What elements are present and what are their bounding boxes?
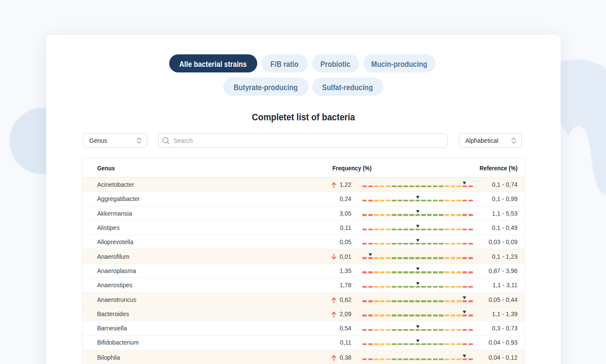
scale-dash-red <box>362 300 367 302</box>
scale-dash-red <box>468 214 473 216</box>
scale-dash-green <box>433 271 438 273</box>
scale-dash-red <box>368 358 373 361</box>
scale-dash-green <box>415 214 420 216</box>
scale-dash-yellow <box>380 229 385 231</box>
scale-dash-yellow <box>456 329 461 331</box>
scale-dash-green <box>439 329 443 331</box>
reference-scale-bar <box>362 243 473 245</box>
scale-dash-yellow <box>374 271 379 273</box>
scale-dash-yellow <box>456 286 461 288</box>
scale-dash-yellow <box>451 329 455 331</box>
select-spinner-icon <box>511 137 516 144</box>
scale-dash-green <box>415 358 420 361</box>
search-input[interactable] <box>174 137 443 144</box>
scale-dash-green <box>398 358 402 361</box>
scale-dash-green <box>409 243 414 245</box>
value-marker <box>463 296 466 299</box>
column-header-reference: Reference (%) <box>480 164 518 172</box>
table-row-acinetobacter: Acinetobacter1,220,1 - 0,74 <box>82 178 524 192</box>
reference-scale-bar <box>362 329 473 331</box>
reference-range: 0,1 - 0,74 <box>492 181 518 188</box>
filter-pill-butyrate-producing[interactable]: Butyrate-producing <box>223 78 309 96</box>
scale-dash-yellow <box>451 257 455 259</box>
frequency-value: 1,22 <box>82 181 351 188</box>
scale-dash-yellow <box>386 229 391 231</box>
scale-dash-green <box>409 314 414 317</box>
frequency-value: 0,54 <box>82 325 351 332</box>
scale-dash-red <box>368 271 373 273</box>
scale-dash-yellow <box>445 271 449 273</box>
reference-scale-bar <box>362 358 473 361</box>
scale-dash-yellow <box>445 243 449 245</box>
scale-dash-green <box>415 229 420 231</box>
value-marker <box>416 239 420 242</box>
scale-dash-green <box>391 271 396 273</box>
scale-dash-red <box>468 329 473 331</box>
scale-dash-yellow <box>445 286 449 288</box>
column-select[interactable]: Genus <box>83 133 147 148</box>
scale-dash-green <box>427 314 432 317</box>
filter-pill-label: F/B ratio <box>271 60 299 69</box>
table-row-barnesiella: Barnesiella0,540,3 - 0,73 <box>82 321 524 336</box>
arrow-up-icon <box>331 355 337 361</box>
scale-dash-red <box>368 286 373 288</box>
scale-dash-green <box>433 286 438 288</box>
filter-pill-alle-bacterial-strains[interactable]: Alle bacterial strains <box>169 54 257 72</box>
value-marker <box>369 253 372 256</box>
scale-dash-yellow <box>451 200 455 202</box>
reference-range: 1,1 - 3,11 <box>492 282 518 289</box>
scale-dash-green <box>403 286 408 288</box>
scale-dash-red <box>362 271 367 273</box>
reference-range: 0,04 - 0,12 <box>489 354 518 361</box>
scale-dash-red <box>468 358 473 361</box>
reference-range: 1,1 - 1,39 <box>492 311 518 317</box>
filter-pill-label: Sulfat-reducing <box>322 83 372 92</box>
scale-dash-red <box>462 314 467 317</box>
scale-dash-green <box>403 300 408 302</box>
table-row-bacteroides: Bacteroides2,091,1 - 1,39 <box>82 307 524 321</box>
filter-pill-probiotic[interactable]: Probiotic <box>312 54 359 72</box>
scale-dash-green <box>403 329 408 331</box>
scale-dash-green <box>391 314 396 317</box>
scale-dash-yellow <box>380 214 385 216</box>
scale-dash-yellow <box>445 214 449 216</box>
scale-dash-yellow <box>374 243 379 245</box>
scale-dash-red <box>462 229 467 231</box>
scale-dash-yellow <box>374 200 379 202</box>
filter-pill-sulfat-reducing[interactable]: Sulfat-reducing <box>312 78 383 96</box>
scale-dash-green <box>421 286 426 288</box>
scale-dash-yellow <box>456 229 461 231</box>
scale-dash-green <box>427 214 432 216</box>
scale-dash-green <box>391 300 396 302</box>
table-row-anaerotruncus: Anaerotruncus0,820,05 - 0,44 <box>82 292 524 307</box>
scale-dash-green <box>415 271 420 273</box>
scale-dash-red <box>462 200 467 202</box>
table-row-anaerostipes: Anaerostipes1,781,1 - 3,11 <box>82 278 524 292</box>
sort-select[interactable]: Alphabetical <box>459 133 522 148</box>
filter-pill-row-1: Alle bacterial strainsF/B ratioProbiotic… <box>45 54 559 72</box>
scale-dash-green <box>398 243 402 245</box>
value-marker <box>416 267 420 270</box>
scale-dash-yellow <box>445 314 449 317</box>
scale-dash-green <box>427 329 432 331</box>
frequency-value: 0,38 <box>82 354 351 361</box>
search-box[interactable] <box>158 133 448 148</box>
scale-dash-green <box>421 257 426 259</box>
scale-dash-yellow <box>374 286 379 288</box>
scale-dash-yellow <box>456 271 461 273</box>
scale-dash-red <box>362 185 367 188</box>
filter-pill-mucin-producing[interactable]: Mucin-producing <box>363 54 436 72</box>
scale-dash-green <box>439 271 443 273</box>
scale-dash-green <box>433 185 438 188</box>
scale-dash-red <box>462 214 467 216</box>
scale-dash-green <box>415 343 420 345</box>
scale-dash-yellow <box>445 200 449 202</box>
scale-dash-green <box>398 300 402 302</box>
scale-dash-green <box>427 343 432 345</box>
filter-pill-f-b-ratio[interactable]: F/B ratio <box>262 54 308 72</box>
scale-dash-yellow <box>451 271 455 273</box>
table-row-aggregatibacter: Aggregatibacter0,240,1 - 0,99 <box>82 192 524 206</box>
scale-dash-yellow <box>380 343 385 345</box>
scale-dash-red <box>462 185 467 188</box>
scale-dash-green <box>409 343 414 345</box>
